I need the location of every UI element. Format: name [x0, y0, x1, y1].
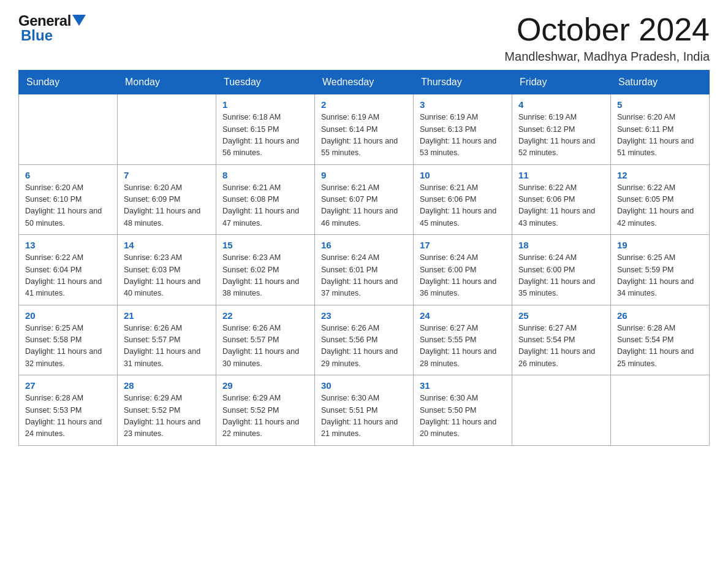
calendar-cell: 5Sunrise: 6:20 AM Sunset: 6:11 PM Daylig…: [611, 94, 710, 165]
calendar-cell: 1Sunrise: 6:18 AM Sunset: 6:15 PM Daylig…: [216, 94, 315, 165]
calendar-cell: 23Sunrise: 6:26 AM Sunset: 5:56 PM Dayli…: [315, 305, 414, 375]
calendar-cell: [611, 375, 710, 446]
day-number: 6: [25, 170, 111, 180]
calendar-cell: 10Sunrise: 6:21 AM Sunset: 6:06 PM Dayli…: [414, 164, 512, 235]
day-number: 23: [321, 310, 407, 321]
day-info: Sunrise: 6:24 AM Sunset: 6:01 PM Dayligh…: [321, 252, 407, 300]
day-header-wednesday: Wednesday: [315, 71, 414, 94]
calendar-cell: 19Sunrise: 6:25 AM Sunset: 5:59 PM Dayli…: [611, 235, 710, 305]
calendar-cell: 2Sunrise: 6:19 AM Sunset: 6:14 PM Daylig…: [315, 94, 414, 165]
day-info: Sunrise: 6:29 AM Sunset: 5:52 PM Dayligh…: [222, 393, 308, 440]
calendar-cell: 31Sunrise: 6:30 AM Sunset: 5:50 PM Dayli…: [414, 375, 512, 446]
week-row-5: 27Sunrise: 6:28 AM Sunset: 5:53 PM Dayli…: [19, 375, 710, 446]
day-number: 26: [617, 310, 703, 321]
calendar-cell: 7Sunrise: 6:20 AM Sunset: 6:09 PM Daylig…: [118, 164, 216, 235]
day-info: Sunrise: 6:22 AM Sunset: 6:05 PM Dayligh…: [617, 182, 703, 230]
day-info: Sunrise: 6:21 AM Sunset: 6:06 PM Dayligh…: [420, 182, 506, 230]
calendar-cell: 12Sunrise: 6:22 AM Sunset: 6:05 PM Dayli…: [611, 164, 710, 235]
calendar-cell: 30Sunrise: 6:30 AM Sunset: 5:51 PM Dayli…: [315, 375, 414, 446]
month-title: October 2024: [504, 12, 710, 47]
day-number: 22: [222, 310, 308, 321]
calendar-cell: 6Sunrise: 6:20 AM Sunset: 6:10 PM Daylig…: [19, 164, 118, 235]
day-number: 19: [617, 240, 703, 250]
day-info: Sunrise: 6:23 AM Sunset: 6:03 PM Dayligh…: [124, 252, 210, 300]
day-number: 5: [617, 99, 703, 110]
logo-blue-text: Blue: [21, 27, 53, 44]
day-number: 25: [518, 310, 604, 321]
day-number: 27: [25, 380, 111, 391]
logo: General Blue: [18, 12, 86, 44]
day-info: Sunrise: 6:25 AM Sunset: 5:59 PM Dayligh…: [617, 252, 703, 300]
calendar-cell: 25Sunrise: 6:27 AM Sunset: 5:54 PM Dayli…: [512, 305, 611, 375]
calendar-cell: 20Sunrise: 6:25 AM Sunset: 5:58 PM Dayli…: [19, 305, 118, 375]
calendar-cell: 22Sunrise: 6:26 AM Sunset: 5:57 PM Dayli…: [216, 305, 315, 375]
day-info: Sunrise: 6:30 AM Sunset: 5:50 PM Dayligh…: [420, 393, 506, 440]
day-info: Sunrise: 6:19 AM Sunset: 6:13 PM Dayligh…: [420, 112, 506, 159]
day-number: 29: [222, 380, 308, 391]
day-number: 8: [222, 170, 308, 180]
day-info: Sunrise: 6:28 AM Sunset: 5:53 PM Dayligh…: [25, 393, 111, 440]
calendar-cell: 16Sunrise: 6:24 AM Sunset: 6:01 PM Dayli…: [315, 235, 414, 305]
day-number: 3: [420, 99, 506, 110]
day-number: 30: [321, 380, 407, 391]
week-row-1: 1Sunrise: 6:18 AM Sunset: 6:15 PM Daylig…: [19, 94, 710, 165]
day-number: 21: [124, 310, 210, 321]
day-header-sunday: Sunday: [19, 71, 118, 94]
day-header-friday: Friday: [512, 71, 611, 94]
day-info: Sunrise: 6:26 AM Sunset: 5:56 PM Dayligh…: [321, 323, 407, 370]
day-info: Sunrise: 6:27 AM Sunset: 5:55 PM Dayligh…: [420, 323, 506, 370]
location: Mandleshwar, Madhya Pradesh, India: [504, 50, 710, 64]
day-info: Sunrise: 6:22 AM Sunset: 6:06 PM Dayligh…: [518, 182, 604, 230]
day-number: 7: [124, 170, 210, 180]
day-number: 12: [617, 170, 703, 180]
day-number: 4: [518, 99, 604, 110]
day-info: Sunrise: 6:21 AM Sunset: 6:07 PM Dayligh…: [321, 182, 407, 230]
title-section: October 2024 Mandleshwar, Madhya Pradesh…: [504, 12, 710, 64]
day-header-tuesday: Tuesday: [216, 71, 315, 94]
calendar-cell: 17Sunrise: 6:24 AM Sunset: 6:00 PM Dayli…: [414, 235, 512, 305]
day-info: Sunrise: 6:20 AM Sunset: 6:10 PM Dayligh…: [25, 182, 111, 230]
day-number: 13: [25, 240, 111, 250]
day-info: Sunrise: 6:19 AM Sunset: 6:12 PM Dayligh…: [518, 112, 604, 159]
day-number: 10: [420, 170, 506, 180]
calendar-cell: [118, 94, 216, 165]
calendar-cell: [512, 375, 611, 446]
page-header: General Blue October 2024 Mandleshwar, M…: [18, 12, 710, 64]
day-info: Sunrise: 6:21 AM Sunset: 6:08 PM Dayligh…: [222, 182, 308, 230]
day-info: Sunrise: 6:24 AM Sunset: 6:00 PM Dayligh…: [518, 252, 604, 300]
calendar-cell: 15Sunrise: 6:23 AM Sunset: 6:02 PM Dayli…: [216, 235, 315, 305]
day-number: 14: [124, 240, 210, 250]
svg-marker-0: [72, 15, 86, 26]
calendar-cell: 26Sunrise: 6:28 AM Sunset: 5:54 PM Dayli…: [611, 305, 710, 375]
day-number: 18: [518, 240, 604, 250]
calendar-cell: 9Sunrise: 6:21 AM Sunset: 6:07 PM Daylig…: [315, 164, 414, 235]
day-number: 9: [321, 170, 407, 180]
day-number: 28: [124, 380, 210, 391]
calendar-cell: 11Sunrise: 6:22 AM Sunset: 6:06 PM Dayli…: [512, 164, 611, 235]
week-row-3: 13Sunrise: 6:22 AM Sunset: 6:04 PM Dayli…: [19, 235, 710, 305]
calendar-cell: [19, 94, 118, 165]
calendar-cell: 3Sunrise: 6:19 AM Sunset: 6:13 PM Daylig…: [414, 94, 512, 165]
day-info: Sunrise: 6:29 AM Sunset: 5:52 PM Dayligh…: [124, 393, 210, 440]
day-info: Sunrise: 6:23 AM Sunset: 6:02 PM Dayligh…: [222, 252, 308, 300]
day-number: 2: [321, 99, 407, 110]
day-number: 1: [222, 99, 308, 110]
day-info: Sunrise: 6:26 AM Sunset: 5:57 PM Dayligh…: [124, 323, 210, 370]
day-info: Sunrise: 6:26 AM Sunset: 5:57 PM Dayligh…: [222, 323, 308, 370]
day-info: Sunrise: 6:20 AM Sunset: 6:09 PM Dayligh…: [124, 182, 210, 230]
day-number: 20: [25, 310, 111, 321]
day-number: 31: [420, 380, 506, 391]
day-number: 17: [420, 240, 506, 250]
day-number: 11: [518, 170, 604, 180]
day-header-thursday: Thursday: [414, 71, 512, 94]
calendar-cell: 29Sunrise: 6:29 AM Sunset: 5:52 PM Dayli…: [216, 375, 315, 446]
week-row-2: 6Sunrise: 6:20 AM Sunset: 6:10 PM Daylig…: [19, 164, 710, 235]
calendar-table: SundayMondayTuesdayWednesdayThursdayFrid…: [18, 70, 710, 446]
calendar-cell: 28Sunrise: 6:29 AM Sunset: 5:52 PM Dayli…: [118, 375, 216, 446]
day-header-saturday: Saturday: [611, 71, 710, 94]
day-info: Sunrise: 6:27 AM Sunset: 5:54 PM Dayligh…: [518, 323, 604, 370]
day-number: 24: [420, 310, 506, 321]
day-info: Sunrise: 6:18 AM Sunset: 6:15 PM Dayligh…: [222, 112, 308, 159]
day-info: Sunrise: 6:19 AM Sunset: 6:14 PM Dayligh…: [321, 112, 407, 159]
day-header-row: SundayMondayTuesdayWednesdayThursdayFrid…: [19, 71, 710, 94]
